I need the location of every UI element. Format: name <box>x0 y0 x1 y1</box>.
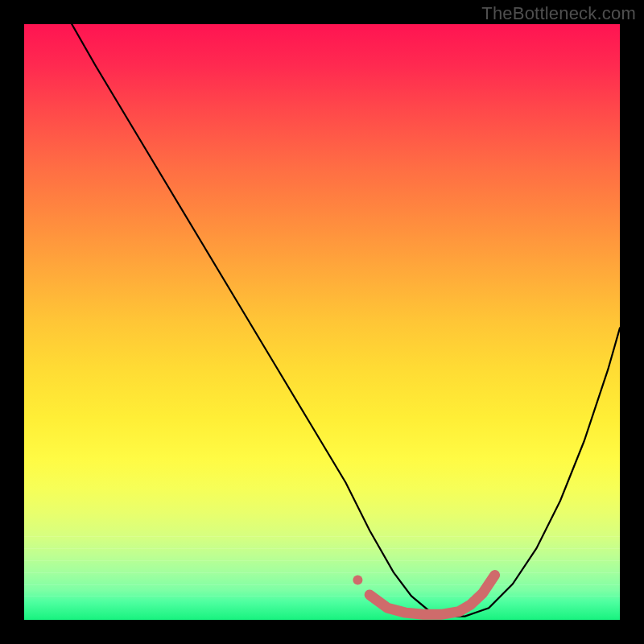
optimal-range-overlay <box>24 24 620 620</box>
plot-area <box>24 24 620 620</box>
highlight-dot <box>353 575 362 584</box>
chart-frame: TheBottleneck.com <box>0 0 644 644</box>
watermark-text: TheBottleneck.com <box>481 3 636 24</box>
